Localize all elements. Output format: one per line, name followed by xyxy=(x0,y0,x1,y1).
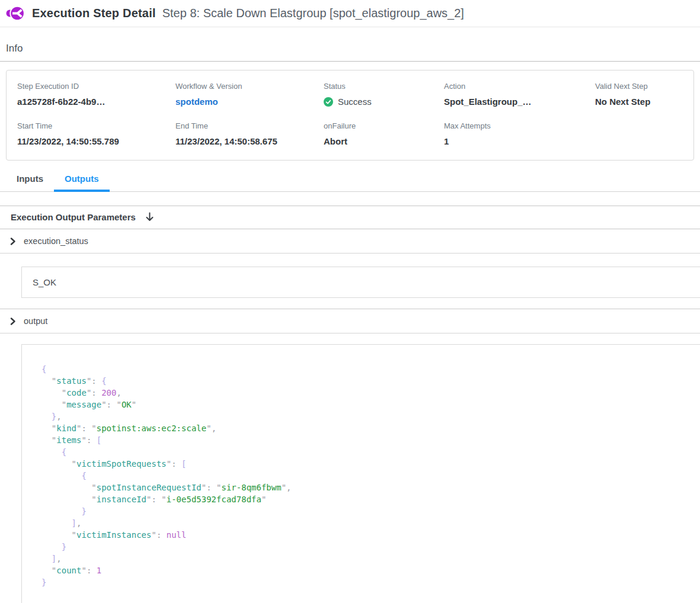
field-action: Action Spot_Elastigroup_… xyxy=(444,82,595,107)
field-label: Status xyxy=(324,82,444,91)
app-logo-icon xyxy=(6,5,24,22)
status-badge: Success xyxy=(324,97,444,107)
empty-cell xyxy=(595,121,683,146)
field-max-attempts: Max Attempts 1 xyxy=(444,121,595,146)
param-name: execution_status xyxy=(24,236,88,246)
tab-inputs[interactable]: Inputs xyxy=(6,169,54,192)
field-label: Valid Next Step xyxy=(595,82,683,91)
field-label: Action xyxy=(444,82,595,91)
param-name: output xyxy=(24,316,47,326)
field-label: Workflow & Version xyxy=(175,82,324,91)
field-valid-next-step: Valid Next Step No Next Step xyxy=(595,82,683,107)
output-json-box: { "status": { "code": 200, "message": "O… xyxy=(21,344,700,603)
field-value: 1 xyxy=(444,136,595,146)
info-card: Step Execution ID a125728f-6b22-4b9… Wor… xyxy=(6,70,694,161)
chevron-right-icon xyxy=(9,317,16,325)
field-end-time: End Time 11/23/2022, 14:50:58.675 xyxy=(175,121,324,146)
tab-outputs[interactable]: Outputs xyxy=(54,169,110,192)
output-parameters-header: Execution Output Parameters xyxy=(0,206,700,229)
field-value: No Next Step xyxy=(595,97,683,107)
detail-tabs: Inputs Outputs xyxy=(6,169,700,192)
info-section-heading: Info xyxy=(6,43,700,54)
field-workflow-version: Workflow & Version spotdemo xyxy=(175,82,324,107)
field-step-execution-id: Step Execution ID a125728f-6b22-4b9… xyxy=(17,82,175,107)
json-code: { "status": { "code": 200, "message": "O… xyxy=(41,363,700,588)
field-value: Spot_Elastigroup_… xyxy=(444,97,595,107)
field-value: 11/23/2022, 14:50:55.789 xyxy=(17,136,175,146)
execution-status-value-box: S_OK xyxy=(21,267,700,298)
status-text: Success xyxy=(338,97,372,107)
field-start-time: Start Time 11/23/2022, 14:50:55.789 xyxy=(17,121,175,146)
field-label: Start Time xyxy=(17,121,175,130)
chevron-right-icon xyxy=(9,238,16,245)
field-value: Abort xyxy=(324,136,444,146)
field-label: onFailure xyxy=(324,121,444,130)
output-parameters-title: Execution Output Parameters xyxy=(11,212,136,222)
page-header: Execution Step Detail Step 8: Scale Down… xyxy=(0,0,700,27)
param-row-execution-status[interactable]: execution_status xyxy=(0,229,700,254)
success-check-icon xyxy=(324,97,333,107)
page-title: Execution Step Detail xyxy=(32,7,156,20)
divider xyxy=(0,61,700,62)
field-value: 11/23/2022, 14:50:58.675 xyxy=(175,136,324,146)
field-label: End Time xyxy=(175,121,324,130)
field-value: a125728f-6b22-4b9… xyxy=(17,97,175,107)
field-label: Step Execution ID xyxy=(17,82,175,91)
param-row-output[interactable]: output xyxy=(0,309,700,333)
field-status: Status Success xyxy=(324,82,444,107)
download-icon[interactable] xyxy=(145,212,154,222)
workflow-link[interactable]: spotdemo xyxy=(175,97,324,107)
page-subtitle: Step 8: Scale Down Elastgroup [spot_elas… xyxy=(162,7,464,20)
field-label: Max Attempts xyxy=(444,121,595,130)
field-onfailure: onFailure Abort xyxy=(324,121,444,146)
